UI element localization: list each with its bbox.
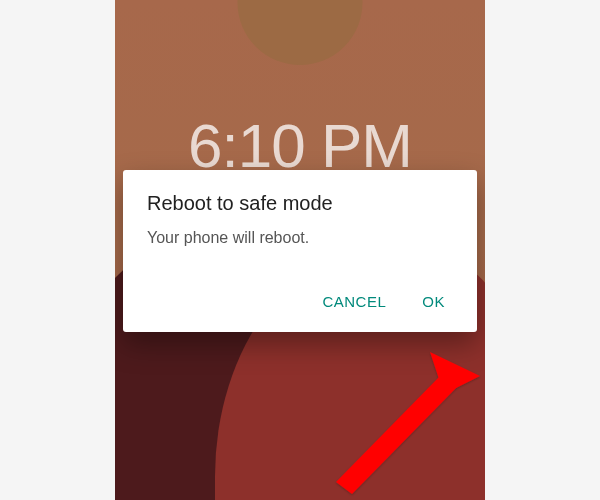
dialog-actions: CANCEL OK [147,287,453,322]
phone-screen: 6:10 PM Reboot to safe mode Your phone w… [115,0,485,500]
dialog-title: Reboot to safe mode [147,192,453,215]
dialog-message: Your phone will reboot. [147,229,453,247]
ok-button[interactable]: OK [418,287,449,316]
cancel-button[interactable]: CANCEL [318,287,390,316]
safe-mode-dialog: Reboot to safe mode Your phone will rebo… [123,170,477,332]
